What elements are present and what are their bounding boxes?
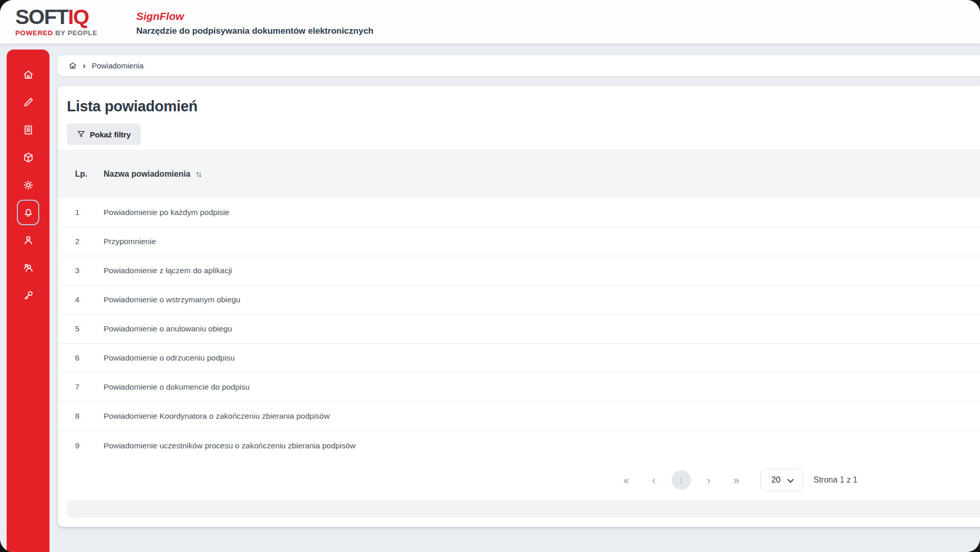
last-page-button[interactable]: » — [727, 470, 746, 490]
row-lp: 9 — [75, 441, 104, 450]
sidebar-item-settings[interactable] — [16, 171, 40, 199]
table-row[interactable]: 4Powiadomienie o wstrzymanym obiegu — [58, 285, 980, 315]
table-row[interactable]: 9Powiadomienie uczestników procesu o zak… — [58, 431, 980, 460]
breadcrumb: › Powiadomienia — [58, 55, 980, 76]
row-name: Powiadomienie o anulowaniu obiegu — [104, 324, 232, 333]
current-page-button[interactable]: 1 — [672, 470, 691, 490]
document-icon — [17, 117, 39, 142]
softiq-logo: SOFTIQ POWERED BY PEOPLE — [15, 7, 97, 37]
logo-tagline-rest: BY PEOPLE — [55, 29, 97, 37]
table-row[interactable]: 3Powiadomienie z łączem do aplikacji — [58, 256, 980, 285]
table-row[interactable]: 1Powiadomienie po każdym podpisie — [58, 198, 980, 227]
logo-tagline: POWERED BY PEOPLE — [15, 30, 97, 37]
row-name: Powiadomienie z łączem do aplikacji — [104, 266, 232, 275]
row-name: Powiadomienie o dokumencie do podpisu — [104, 382, 250, 392]
sidebar-item-users[interactable] — [16, 254, 40, 281]
table-footer-strip — [67, 500, 980, 518]
pagination-bar: « ‹ 1 › » 20 Strona 1 z 1 — [58, 460, 980, 500]
notifications-panel: Lista powiadomień Pokaż filtry Lp. Nazwa… — [58, 86, 980, 527]
users-icon — [17, 255, 39, 280]
top-bar: SOFTIQ POWERED BY PEOPLE SignFlow Narzęd… — [0, 0, 980, 44]
logo-tagline-accent: POWERED — [15, 29, 53, 37]
filter-icon — [77, 130, 85, 138]
row-lp: 4 — [75, 295, 104, 304]
page-title: Lista powiadomień — [67, 98, 980, 115]
show-filters-button[interactable]: Pokaż filtry — [67, 124, 141, 145]
home-icon — [17, 62, 39, 87]
row-lp: 5 — [75, 324, 104, 333]
row-name: Przypomnienie — [104, 237, 156, 246]
page-size-value: 20 — [771, 475, 780, 485]
prev-page-button[interactable]: ‹ — [644, 470, 664, 490]
sidebar-item-home[interactable] — [16, 61, 40, 88]
first-page-button[interactable]: « — [617, 470, 636, 490]
chevron-down-icon — [788, 476, 794, 483]
package-icon — [17, 145, 39, 170]
column-header-name-label: Nazwa powiadomienia — [104, 170, 190, 179]
sidebar-nav — [7, 50, 50, 552]
app-subtitle: Narzędzie do podpisywania dokumentów ele… — [136, 26, 374, 36]
table-row[interactable]: 5Powiadomienie o anulowaniu obiegu — [58, 315, 980, 344]
app-window: SOFTIQ POWERED BY PEOPLE SignFlow Narzęd… — [0, 0, 980, 552]
row-lp: 3 — [75, 266, 104, 275]
gear-icon — [17, 172, 39, 198]
user-icon — [17, 227, 39, 253]
page-size-select[interactable]: 20 — [761, 469, 803, 491]
row-name: Powiadomienie o wstrzymanym obiegu — [104, 295, 240, 304]
row-lp: 8 — [75, 412, 104, 421]
sidebar-item-notifications[interactable] — [16, 199, 40, 226]
row-lp: 6 — [75, 353, 104, 363]
row-name: Powiadomienie Koordynatora o zakończeniu… — [104, 412, 330, 421]
logo-word-main: SOFT — [15, 5, 68, 29]
breadcrumb-home-icon[interactable] — [68, 61, 78, 70]
screenshot-stage: SOFTIQ POWERED BY PEOPLE SignFlow Narzęd… — [0, 0, 980, 552]
logo-wordmark: SOFTIQ — [15, 7, 97, 28]
row-lp: 7 — [75, 382, 104, 392]
sidebar-item-documents[interactable] — [16, 116, 40, 143]
table-row[interactable]: 7Powiadomienie o dokumencie do podpisu — [58, 373, 980, 402]
sidebar-item-access[interactable] — [16, 281, 40, 309]
column-header-lp: Lp. — [75, 170, 104, 179]
key-icon — [17, 282, 39, 308]
table-body: 1Powiadomienie po każdym podpisie 2Przyp… — [58, 198, 980, 460]
app-title-block: SignFlow Narzędzie do podpisywania dokum… — [136, 10, 374, 36]
sidebar-item-profile[interactable] — [16, 226, 40, 254]
logo-word-accent: IQ — [68, 5, 88, 29]
table-header-row: Lp. Nazwa powiadomienia ↑↓ — [58, 150, 980, 198]
row-lp: 1 — [75, 208, 104, 217]
table-row[interactable]: 2Przypomnienie — [58, 227, 980, 256]
table-row[interactable]: 8Powiadomienie Koordynatora o zakończeni… — [58, 402, 980, 431]
pagination-status: Strona 1 z 1 — [814, 475, 857, 485]
next-page-button[interactable]: › — [699, 470, 719, 490]
pencil-icon — [17, 89, 39, 115]
row-name: Powiadomienie uczestników procesu o zako… — [104, 441, 356, 450]
row-name: Powiadomienie po każdym podpisie — [104, 208, 229, 217]
sidebar-item-sign[interactable] — [16, 88, 40, 116]
row-lp: 2 — [75, 237, 104, 246]
table-row[interactable]: 6Powiadomienie o odrzuceniu podpisu — [58, 344, 980, 373]
breadcrumb-chevron-icon: › — [83, 61, 86, 71]
sidebar-item-packages[interactable] — [16, 143, 40, 171]
sort-icon[interactable]: ↑↓ — [195, 170, 201, 179]
app-name: SignFlow — [136, 10, 374, 22]
column-header-name: Nazwa powiadomienia ↑↓ — [104, 170, 201, 179]
row-name: Powiadomienie o odrzuceniu podpisu — [104, 353, 235, 363]
show-filters-label: Pokaż filtry — [90, 130, 131, 139]
bell-icon — [17, 200, 39, 225]
breadcrumb-current[interactable]: Powiadomienia — [92, 61, 144, 70]
